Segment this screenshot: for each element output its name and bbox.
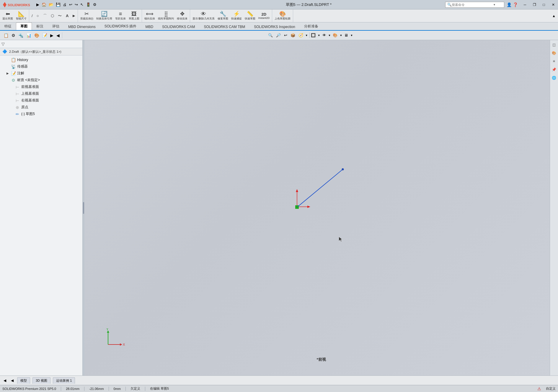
tree-item-sensor[interactable]: 📡 传感器 bbox=[0, 63, 82, 70]
prev-tab-arrow[interactable]: ◀ bbox=[2, 378, 7, 383]
tab-mbd-dimensions[interactable]: MBD Dimensions bbox=[64, 23, 100, 30]
qa-redo[interactable]: ↪ bbox=[74, 1, 79, 8]
qa-options[interactable]: ⚙ bbox=[92, 1, 97, 8]
search-input[interactable] bbox=[452, 3, 493, 6]
qa-undo[interactable]: ↩ bbox=[68, 1, 73, 8]
tab-sketch[interactable]: 草图 bbox=[16, 22, 32, 30]
tab-evaluate[interactable]: 评估 bbox=[48, 22, 64, 30]
tree-item-sketch5[interactable]: ✏ (-) 草图5 bbox=[0, 111, 82, 117]
search-dropdown-icon[interactable]: ▼ bbox=[493, 3, 496, 6]
expand-icon: ▲ bbox=[552, 14, 556, 18]
qa-open[interactable]: 📂 bbox=[48, 1, 54, 8]
spline-tool-button[interactable]: 〜 bbox=[56, 13, 63, 19]
zoom-to-fit-icon[interactable]: 🔍 bbox=[267, 32, 274, 38]
appearance-dropdown[interactable]: ▼ bbox=[340, 34, 342, 37]
repair-sketch-button[interactable]: 🔧 修复草图 bbox=[216, 11, 229, 21]
exit-sketch-button[interactable]: ⬅ 退出草图 bbox=[1, 11, 14, 21]
line-tool-button[interactable]: / bbox=[30, 13, 34, 19]
tab-features[interactable]: 特征 bbox=[0, 22, 16, 30]
sketch-more-button[interactable]: ▶ bbox=[71, 13, 76, 18]
feature-manager-icon[interactable]: 📋 bbox=[2, 32, 10, 38]
titlebar: SOLIDWORKS ▶ 🏠 📂 💾 🖨 ↩ ↪ ↖ 🚦 ⚙ 草图5 — 2.D… bbox=[0, 0, 558, 9]
filter-icon[interactable]: ▽ bbox=[1, 41, 6, 47]
tree-less-icon[interactable]: ◀ bbox=[55, 32, 61, 38]
instant2d-button[interactable]: 2D Instant2D bbox=[257, 12, 271, 20]
tree-item-top-plane[interactable]: ⊢ 上视基准面 bbox=[0, 90, 82, 97]
property-manager-icon[interactable]: ⚙ bbox=[10, 32, 17, 38]
view-orient-icon[interactable]: 🧭 bbox=[297, 32, 304, 38]
circle-tool-button[interactable]: ○ bbox=[34, 13, 41, 19]
view-orient-dropdown[interactable]: ▼ bbox=[305, 34, 308, 37]
qa-home[interactable]: 🏠 bbox=[41, 1, 47, 8]
move-entities-button[interactable]: ✥ 移动实体 bbox=[176, 11, 189, 21]
hide-show-icon[interactable]: 👁 bbox=[321, 32, 327, 38]
dim-expert-icon[interactable]: 📊 bbox=[25, 32, 32, 38]
rp-scene-btn[interactable]: ☀ bbox=[551, 58, 558, 65]
rp-realview-btn[interactable]: 🌐 bbox=[551, 74, 558, 81]
offset-button[interactable]: ≡ 等距实体 bbox=[114, 11, 127, 21]
tree-item-material[interactable]: ⚙ 材质 <未指定> bbox=[0, 77, 82, 83]
display-style-icon[interactable]: 🔲 bbox=[309, 32, 317, 38]
minimize-button[interactable]: ─ bbox=[520, 0, 530, 9]
tree-item-right-plane[interactable]: ⊢ 右视基准面 bbox=[0, 97, 82, 104]
trim-button[interactable]: ✂ 剪裁实体(I) bbox=[79, 11, 95, 21]
shaded-sketch-button[interactable]: 🎨 上色草图轮廓 bbox=[273, 11, 292, 21]
mirror-button[interactable]: ⟺ 镜向实体 bbox=[143, 11, 156, 21]
monitor-icon[interactable]: 🖥 bbox=[343, 32, 349, 38]
appearance-icon[interactable]: 🎨 bbox=[33, 32, 40, 38]
rp-view-setting-btn[interactable]: ◫ bbox=[551, 41, 558, 48]
search-area[interactable]: 🔍 ▼ bbox=[445, 2, 504, 8]
canvas-area[interactable]: X Y *前视 ◫ 🎨 ☀ 📌 🌐 bbox=[84, 40, 558, 375]
toolbar-expand[interactable]: ▲ bbox=[552, 9, 558, 22]
polygon-tool-button[interactable]: ⬡ bbox=[49, 13, 56, 19]
rapid-sketch-button[interactable]: 📏 快速草图 bbox=[244, 11, 257, 21]
zoom-in-icon[interactable]: 🔎 bbox=[275, 32, 282, 38]
appearance-view-icon[interactable]: 🎨 bbox=[332, 32, 339, 38]
bottom-tab-3dview[interactable]: 3D 视图 bbox=[32, 377, 50, 384]
qa-select[interactable]: ↖ bbox=[79, 1, 84, 8]
previous-view-icon[interactable]: ↩ bbox=[283, 32, 288, 38]
convert-entities-button[interactable]: 🔄 转换实体引用 bbox=[95, 11, 113, 21]
display-relations-button[interactable]: 👁 显示/删除几何关系 bbox=[191, 11, 216, 21]
tab-sw-inspection[interactable]: SOLIDWORKS Inspection bbox=[249, 23, 299, 30]
bottom-tab-motion[interactable]: 运动算例 1 bbox=[53, 377, 75, 384]
hide-dropdown[interactable]: ▼ bbox=[328, 34, 331, 37]
tree-item-front-plane[interactable]: ⊢ 前视基准面 bbox=[0, 83, 82, 90]
tab-sw-cam-tbm[interactable]: SOLIDWORKS CAM TBM bbox=[199, 23, 249, 30]
tab-sw-cam[interactable]: SOLIDWORKS CAM bbox=[158, 23, 199, 30]
custom-text[interactable]: 自定义 bbox=[546, 386, 556, 391]
restore-button[interactable]: ❐ bbox=[530, 0, 539, 9]
display-dropdown[interactable]: ▼ bbox=[318, 34, 320, 37]
quick-snaps-button[interactable]: ⚡ 快速捕捉 bbox=[230, 11, 243, 21]
qa-print[interactable]: 🖨 bbox=[62, 1, 68, 8]
maximize-button[interactable]: □ bbox=[539, 0, 549, 9]
text-tool-button[interactable]: A bbox=[64, 13, 71, 19]
monitor-dropdown[interactable]: ▼ bbox=[350, 34, 353, 37]
config-manager-icon[interactable]: 🔩 bbox=[17, 32, 25, 38]
bottom-tab-model[interactable]: 模型 bbox=[17, 377, 30, 384]
custom-prop-icon[interactable]: 📝 bbox=[41, 32, 48, 38]
smart-dimension-button[interactable]: 📐 智能尺寸 bbox=[15, 11, 28, 21]
next-tab-arrow[interactable]: ◀ bbox=[10, 378, 15, 383]
close-button[interactable]: ✕ bbox=[549, 0, 558, 9]
qa-new[interactable]: ▶ bbox=[35, 1, 40, 8]
qa-save[interactable]: 💾 bbox=[55, 1, 61, 8]
arc-tool-button[interactable]: ⌒ bbox=[42, 13, 49, 19]
help-icon[interactable]: ❓ bbox=[513, 2, 518, 7]
user-icon[interactable]: 👤 bbox=[507, 2, 512, 7]
tab-analysis[interactable]: 分析准备 bbox=[300, 22, 323, 30]
tree-item-history[interactable]: 📋 History bbox=[0, 57, 82, 63]
tab-mbd[interactable]: MBD bbox=[141, 23, 158, 30]
3d-view-icon[interactable]: 📦 bbox=[289, 32, 296, 38]
rp-appearance-btn[interactable]: 🎨 bbox=[551, 50, 558, 57]
tree-item-annotation[interactable]: ▶ 📝 注解 bbox=[0, 70, 82, 77]
qa-rebuild[interactable]: 🚦 bbox=[85, 1, 92, 8]
tab-annotation[interactable]: 标注 bbox=[32, 22, 48, 30]
linear-pattern-button[interactable]: ⣿ 线性草图阵列 bbox=[157, 11, 175, 21]
rp-decal-btn[interactable]: 📌 bbox=[551, 66, 558, 73]
tab-sw-addins[interactable]: SOLIDWORKS 插件 bbox=[100, 22, 141, 30]
y-coord-text: -21.06mm bbox=[89, 387, 104, 391]
sketch-picture-button[interactable]: 🖼 草图上图 bbox=[128, 11, 141, 21]
tree-item-origin[interactable]: ⊕ 原点 bbox=[0, 104, 82, 111]
tree-more-icon[interactable]: ▶ bbox=[49, 32, 55, 38]
